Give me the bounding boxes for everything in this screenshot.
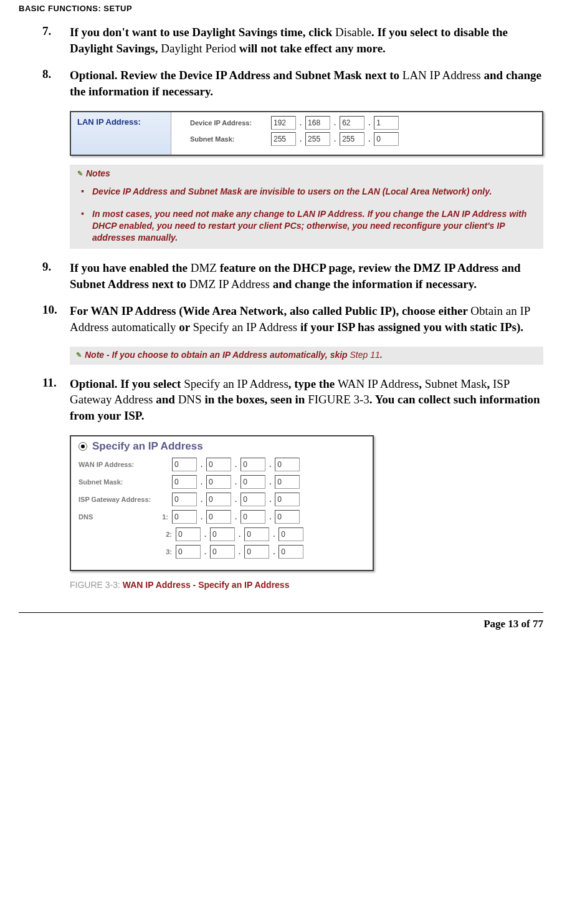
note-icon: ✎ xyxy=(77,170,85,178)
wan-ip-octet[interactable] xyxy=(206,458,231,471)
wan-dns3-octet[interactable] xyxy=(279,545,303,559)
dot-separator: . xyxy=(265,513,275,521)
wan-ip-octet[interactable] xyxy=(241,458,265,471)
dot-separator: . xyxy=(231,478,241,486)
wan-subnet-octet[interactable] xyxy=(172,475,197,489)
wan-subnet-octet[interactable] xyxy=(206,475,231,489)
wan-gateway-octet[interactable] xyxy=(275,493,300,506)
step-body: If you have enabled the DMZ feature on t… xyxy=(70,260,543,292)
text: if your ISP has assigned you with static… xyxy=(297,320,523,334)
device-ip-label: Device IP Address: xyxy=(190,119,271,127)
wan-ip-row: WAN IP Address: . . . xyxy=(79,458,365,471)
dot-separator: . xyxy=(197,496,206,503)
text: DNS xyxy=(178,393,202,406)
step-number: 7. xyxy=(42,24,70,56)
text: For WAN IP Address (Wide Area Network, a… xyxy=(70,304,470,317)
subnet-octet-4[interactable] xyxy=(374,132,399,146)
wan-gateway-octet[interactable] xyxy=(172,493,197,506)
text: and change the information if necessary. xyxy=(270,277,477,291)
page-footer: Page 13 of 77 xyxy=(0,613,562,645)
subnet-mask-label: Subnet Mask: xyxy=(190,135,271,143)
bullet-icon: ▪ xyxy=(81,208,92,244)
text: Subnet Mask xyxy=(425,377,487,390)
wan-dns2-octet[interactable] xyxy=(244,527,269,541)
text: If you don't want to use Daylight Saving… xyxy=(70,26,335,39)
wan-dns-label: DNS1: xyxy=(79,513,172,521)
text: DMZ xyxy=(191,261,217,274)
lan-panel-title: LAN IP Address: xyxy=(71,112,171,155)
note-item-1: ▪ Device IP Address and Subnet Mask are … xyxy=(81,186,538,198)
wan-gateway-octet[interactable] xyxy=(206,493,231,506)
dot-separator: . xyxy=(364,135,374,143)
text: In most cases, you need not make any cha… xyxy=(92,208,538,244)
dot-separator: . xyxy=(201,531,210,538)
wan-dns1-octet[interactable] xyxy=(241,510,265,524)
wan-panel-title: Specify an IP Address xyxy=(92,440,203,453)
dot-separator: . xyxy=(269,531,279,538)
dot-separator: . xyxy=(235,548,244,556)
note-label: Note xyxy=(85,350,104,360)
wan-dns2-row: 2: . . . xyxy=(79,527,365,541)
wan-dns3-octet[interactable] xyxy=(210,545,235,559)
lan-ip-panel: LAN IP Address: Device IP Address: . . .… xyxy=(70,111,543,156)
text: , xyxy=(419,377,425,390)
subnet-octet-2[interactable] xyxy=(305,132,330,146)
wan-subnet-octet[interactable] xyxy=(275,475,300,489)
text: Disable xyxy=(335,26,371,39)
wan-dns2-octet[interactable] xyxy=(210,527,235,541)
step-8: 8. Optional. Review the Device IP Addres… xyxy=(42,67,543,99)
note-item-2: ▪ In most cases, you need not make any c… xyxy=(81,208,538,244)
dot-separator: . xyxy=(364,119,374,127)
text: or xyxy=(176,320,193,334)
subnet-octet-3[interactable] xyxy=(340,132,364,146)
device-ip-octet-4[interactable] xyxy=(374,116,399,130)
wan-dns2-octet[interactable] xyxy=(176,527,201,541)
dot-separator: . xyxy=(197,461,206,468)
notes-block: ✎Notes ▪ Device IP Address and Subnet Ma… xyxy=(70,165,543,249)
subnet-mask-row: Subnet Mask: . . . xyxy=(190,132,536,146)
dot-separator: . xyxy=(296,135,305,143)
wan-dns1-octet[interactable] xyxy=(172,510,197,524)
wan-ip-octet[interactable] xyxy=(275,458,300,471)
text: FIGURE 3-3 xyxy=(308,393,369,406)
text: will not take effect any more. xyxy=(236,42,386,55)
wan-gateway-octet[interactable] xyxy=(241,493,265,506)
wan-dns3-row: 3: . . . xyxy=(79,545,365,559)
wan-ip-octet[interactable] xyxy=(172,458,197,471)
step-body: Optional. If you select Specify an IP Ad… xyxy=(70,376,543,424)
wan-dns2-octet[interactable] xyxy=(279,527,303,541)
text: DMZ IP Address xyxy=(189,277,270,291)
specify-ip-radio[interactable] xyxy=(79,442,87,451)
notes-title: Notes xyxy=(86,168,110,178)
wan-dns3-label: 3: xyxy=(79,548,176,556)
text: Step 11 xyxy=(350,350,380,360)
dot-separator: . xyxy=(197,513,206,521)
wan-dns1-octet[interactable] xyxy=(275,510,300,524)
text: - If you choose to obtain an IP Address … xyxy=(104,350,350,360)
dot-separator: . xyxy=(265,496,275,503)
dot-separator: . xyxy=(296,119,305,127)
wan-ip-label: WAN IP Address: xyxy=(79,461,172,468)
wan-subnet-octet[interactable] xyxy=(241,475,265,489)
dot-separator: . xyxy=(330,119,340,127)
dot-separator: . xyxy=(265,461,275,468)
text: are invisible to users on the LAN (Local… xyxy=(242,186,492,196)
subnet-octet-1[interactable] xyxy=(271,132,296,146)
wan-dns3-octet[interactable] xyxy=(244,545,269,559)
step-number: 10. xyxy=(42,303,70,335)
device-ip-octet-3[interactable] xyxy=(340,116,364,130)
text: If you have enabled the xyxy=(70,261,191,274)
text: Optional. If you select xyxy=(70,377,184,390)
wan-gateway-label: ISP Gateway Address: xyxy=(79,496,172,503)
wan-dns1-octet[interactable] xyxy=(206,510,231,524)
text: . xyxy=(380,350,383,360)
text: Daylight Period xyxy=(161,42,236,55)
device-ip-octet-1[interactable] xyxy=(271,116,296,130)
text: in the boxes, seen in xyxy=(202,393,308,406)
device-ip-octet-2[interactable] xyxy=(305,116,330,130)
wan-subnet-row: Subnet Mask: . . . xyxy=(79,475,365,489)
bullet-icon: ▪ xyxy=(81,186,92,198)
step-number: 8. xyxy=(42,67,70,99)
wan-dns3-octet[interactable] xyxy=(176,545,201,559)
step-number: 9. xyxy=(42,260,70,292)
